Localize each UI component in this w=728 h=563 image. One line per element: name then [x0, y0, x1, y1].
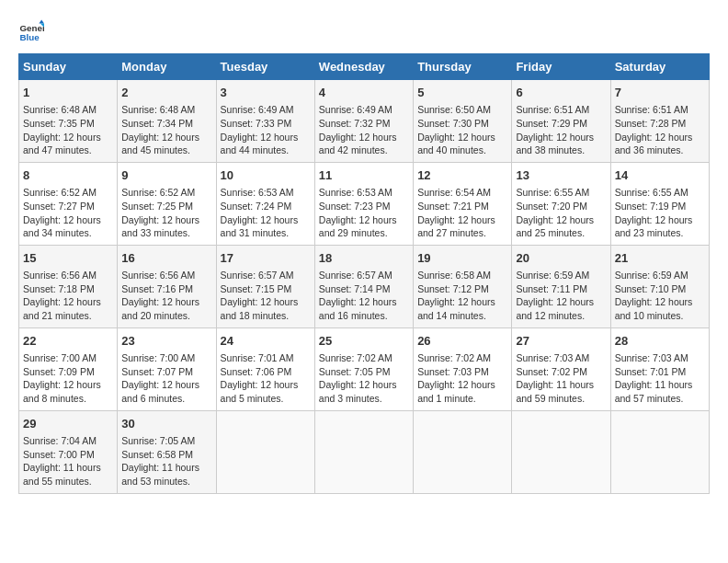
day-info: Sunrise: 7:00 AM Sunset: 7:09 PM Dayligh… [23, 351, 113, 406]
header-tuesday: Tuesday [216, 54, 314, 80]
calendar-cell: 18Sunrise: 6:57 AM Sunset: 7:14 PM Dayli… [314, 245, 413, 327]
calendar-cell: 17Sunrise: 6:57 AM Sunset: 7:15 PM Dayli… [216, 245, 314, 327]
day-number: 1 [23, 85, 113, 101]
day-number: 5 [417, 85, 507, 101]
calendar-cell: 20Sunrise: 6:59 AM Sunset: 7:11 PM Dayli… [512, 245, 610, 327]
day-number: 25 [319, 333, 409, 350]
calendar-cell: 23Sunrise: 7:00 AM Sunset: 7:07 PM Dayli… [118, 327, 216, 410]
days-header-row: SundayMondayTuesdayWednesdayThursdayFrid… [19, 54, 710, 80]
day-number: 17 [221, 250, 311, 267]
day-info: Sunrise: 7:01 AM Sunset: 7:06 PM Dayligh… [221, 351, 311, 406]
calendar-cell: 28Sunrise: 7:03 AM Sunset: 7:01 PM Dayli… [610, 327, 709, 410]
calendar-table: SundayMondayTuesdayWednesdayThursdayFrid… [18, 53, 710, 494]
logo: General Blue [18, 18, 48, 44]
day-number: 12 [417, 167, 507, 184]
day-info: Sunrise: 7:00 AM Sunset: 7:07 PM Dayligh… [121, 351, 211, 406]
header-wednesday: Wednesday [314, 54, 413, 80]
day-info: Sunrise: 6:50 AM Sunset: 7:30 PM Dayligh… [417, 103, 507, 157]
calendar-cell: 7Sunrise: 6:51 AM Sunset: 7:28 PM Daylig… [610, 80, 709, 163]
day-number: 10 [221, 167, 311, 184]
calendar-cell: 6Sunrise: 6:51 AM Sunset: 7:29 PM Daylig… [512, 80, 610, 163]
calendar-cell: 22Sunrise: 7:00 AM Sunset: 7:09 PM Dayli… [19, 327, 118, 410]
calendar-cell: 8Sunrise: 6:52 AM Sunset: 7:27 PM Daylig… [19, 162, 118, 245]
calendar-cell: 19Sunrise: 6:58 AM Sunset: 7:12 PM Dayli… [414, 245, 512, 327]
day-number: 13 [516, 167, 606, 184]
header-monday: Monday [118, 54, 216, 80]
day-info: Sunrise: 7:04 AM Sunset: 7:00 PM Dayligh… [23, 434, 113, 488]
calendar-cell: 1Sunrise: 6:48 AM Sunset: 7:35 PM Daylig… [19, 80, 118, 163]
day-info: Sunrise: 6:53 AM Sunset: 7:24 PM Dayligh… [221, 186, 311, 240]
calendar-cell: 26Sunrise: 7:02 AM Sunset: 7:03 PM Dayli… [414, 327, 512, 410]
calendar-cell: 9Sunrise: 6:52 AM Sunset: 7:25 PM Daylig… [118, 162, 216, 245]
calendar-cell [314, 410, 413, 493]
day-info: Sunrise: 6:53 AM Sunset: 7:23 PM Dayligh… [319, 186, 409, 240]
day-info: Sunrise: 6:59 AM Sunset: 7:11 PM Dayligh… [516, 269, 606, 323]
day-info: Sunrise: 6:59 AM Sunset: 7:10 PM Dayligh… [615, 269, 705, 323]
header-saturday: Saturday [610, 54, 709, 80]
day-info: Sunrise: 6:51 AM Sunset: 7:29 PM Dayligh… [516, 103, 606, 157]
day-number: 22 [23, 333, 113, 350]
day-info: Sunrise: 6:57 AM Sunset: 7:14 PM Dayligh… [319, 269, 409, 323]
calendar-cell: 11Sunrise: 6:53 AM Sunset: 7:23 PM Dayli… [314, 162, 413, 245]
calendar-cell: 21Sunrise: 6:59 AM Sunset: 7:10 PM Dayli… [610, 245, 709, 327]
day-number: 27 [516, 333, 606, 350]
calendar-row-week-4: 22Sunrise: 7:00 AM Sunset: 7:09 PM Dayli… [19, 327, 710, 410]
day-info: Sunrise: 7:03 AM Sunset: 7:01 PM Dayligh… [615, 351, 705, 406]
calendar-cell [610, 410, 709, 493]
day-info: Sunrise: 7:03 AM Sunset: 7:02 PM Dayligh… [516, 351, 606, 406]
day-info: Sunrise: 6:58 AM Sunset: 7:12 PM Dayligh… [417, 269, 507, 323]
header-thursday: Thursday [414, 54, 512, 80]
day-number: 19 [417, 250, 507, 267]
day-info: Sunrise: 6:51 AM Sunset: 7:28 PM Dayligh… [615, 103, 705, 157]
logo-icon: General Blue [18, 18, 44, 44]
calendar-cell: 16Sunrise: 6:56 AM Sunset: 7:16 PM Dayli… [118, 245, 216, 327]
calendar-cell: 5Sunrise: 6:50 AM Sunset: 7:30 PM Daylig… [414, 80, 512, 163]
day-info: Sunrise: 6:56 AM Sunset: 7:18 PM Dayligh… [23, 269, 113, 323]
day-info: Sunrise: 6:48 AM Sunset: 7:34 PM Dayligh… [121, 103, 211, 157]
day-info: Sunrise: 6:49 AM Sunset: 7:33 PM Dayligh… [221, 103, 311, 157]
calendar-cell: 14Sunrise: 6:55 AM Sunset: 7:19 PM Dayli… [610, 162, 709, 245]
calendar-cell: 2Sunrise: 6:48 AM Sunset: 7:34 PM Daylig… [118, 80, 216, 163]
day-number: 29 [23, 416, 113, 432]
day-info: Sunrise: 6:55 AM Sunset: 7:19 PM Dayligh… [615, 186, 705, 240]
day-number: 4 [319, 85, 409, 101]
day-number: 3 [221, 85, 311, 101]
day-number: 24 [221, 333, 311, 350]
calendar-cell: 4Sunrise: 6:49 AM Sunset: 7:32 PM Daylig… [314, 80, 413, 163]
calendar-cell: 29Sunrise: 7:04 AM Sunset: 7:00 PM Dayli… [19, 410, 118, 493]
day-number: 20 [516, 250, 606, 267]
day-number: 9 [121, 167, 211, 184]
day-info: Sunrise: 7:02 AM Sunset: 7:05 PM Dayligh… [319, 351, 409, 406]
day-number: 23 [121, 333, 211, 350]
day-number: 6 [516, 85, 606, 101]
day-number: 28 [615, 333, 705, 350]
calendar-cell: 27Sunrise: 7:03 AM Sunset: 7:02 PM Dayli… [512, 327, 610, 410]
header-sunday: Sunday [19, 54, 118, 80]
calendar-cell: 25Sunrise: 7:02 AM Sunset: 7:05 PM Dayli… [314, 327, 413, 410]
calendar-row-week-3: 15Sunrise: 6:56 AM Sunset: 7:18 PM Dayli… [19, 245, 710, 327]
day-info: Sunrise: 7:05 AM Sunset: 6:58 PM Dayligh… [121, 434, 211, 488]
day-info: Sunrise: 6:49 AM Sunset: 7:32 PM Dayligh… [319, 103, 409, 157]
day-number: 11 [319, 167, 409, 184]
day-info: Sunrise: 6:54 AM Sunset: 7:21 PM Dayligh… [417, 186, 507, 240]
day-number: 8 [23, 167, 113, 184]
day-number: 15 [23, 250, 113, 267]
day-number: 26 [417, 333, 507, 350]
calendar-cell: 15Sunrise: 6:56 AM Sunset: 7:18 PM Dayli… [19, 245, 118, 327]
day-number: 14 [615, 167, 705, 184]
svg-text:Blue: Blue [19, 32, 40, 42]
day-info: Sunrise: 6:52 AM Sunset: 7:27 PM Dayligh… [23, 186, 113, 240]
calendar-cell: 13Sunrise: 6:55 AM Sunset: 7:20 PM Dayli… [512, 162, 610, 245]
calendar-cell [216, 410, 314, 493]
calendar-cell [512, 410, 610, 493]
day-number: 21 [615, 250, 705, 267]
calendar-cell [414, 410, 512, 493]
day-info: Sunrise: 6:52 AM Sunset: 7:25 PM Dayligh… [121, 186, 211, 240]
calendar-row-week-2: 8Sunrise: 6:52 AM Sunset: 7:27 PM Daylig… [19, 162, 710, 245]
day-info: Sunrise: 6:55 AM Sunset: 7:20 PM Dayligh… [516, 186, 606, 240]
calendar-cell: 12Sunrise: 6:54 AM Sunset: 7:21 PM Dayli… [414, 162, 512, 245]
day-number: 2 [121, 85, 211, 101]
day-info: Sunrise: 6:57 AM Sunset: 7:15 PM Dayligh… [221, 269, 311, 323]
day-info: Sunrise: 7:02 AM Sunset: 7:03 PM Dayligh… [417, 351, 507, 406]
day-number: 7 [615, 85, 705, 101]
